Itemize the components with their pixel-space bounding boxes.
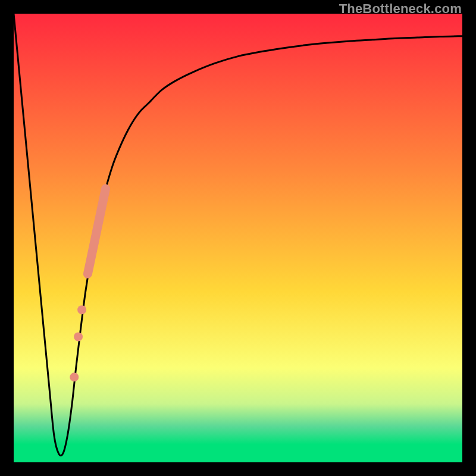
plot-area [14, 14, 462, 462]
watermark-text: TheBottleneck.com [339, 1, 462, 17]
plot-svg [14, 14, 462, 462]
marker-dot [74, 332, 83, 341]
marker-dot [77, 305, 86, 314]
gradient-background [14, 14, 462, 462]
marker-dot [70, 372, 79, 381]
chart-frame: TheBottleneck.com [0, 0, 476, 476]
